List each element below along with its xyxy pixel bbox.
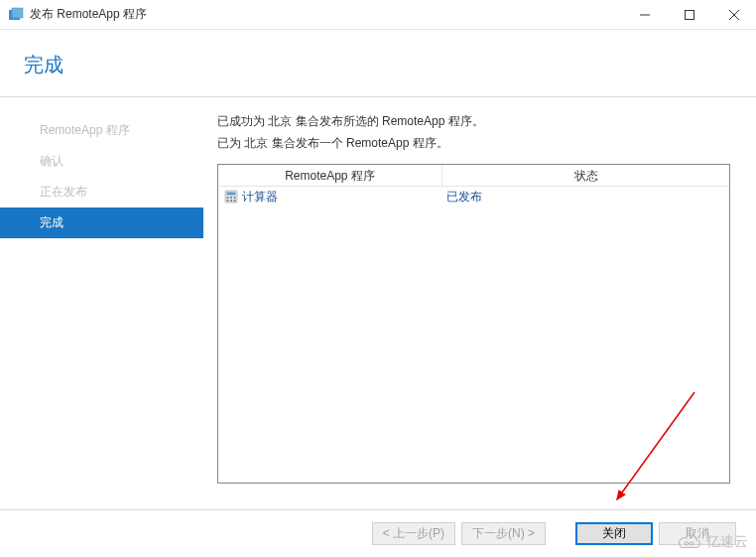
svg-rect-3 bbox=[685, 10, 693, 19]
minimize-button[interactable] bbox=[622, 0, 667, 29]
table-row[interactable]: 计算器 已发布 bbox=[218, 187, 729, 207]
window-title: 发布 RemoteApp 程序 bbox=[30, 6, 622, 23]
next-button: 下一步(N) > bbox=[461, 522, 546, 545]
svg-rect-12 bbox=[230, 200, 232, 202]
app-icon bbox=[8, 7, 24, 23]
svg-rect-9 bbox=[230, 197, 232, 199]
svg-rect-1 bbox=[12, 8, 23, 18]
sidebar-item-confirm: 确认 bbox=[0, 146, 203, 177]
cell-status: 已发布 bbox=[446, 189, 482, 206]
svg-rect-8 bbox=[227, 197, 229, 199]
table-header: RemoteApp 程序 状态 bbox=[218, 165, 729, 187]
window-controls bbox=[622, 0, 756, 29]
wizard-sidebar: RemoteApp 程序 确认 正在发布 完成 bbox=[0, 97, 203, 524]
content-pane: 已成功为 北京 集合发布所选的 RemoteApp 程序。 已为 北京 集合发布… bbox=[203, 97, 756, 524]
status-message-1: 已成功为 北京 集合发布所选的 RemoteApp 程序。 bbox=[217, 111, 730, 133]
svg-rect-10 bbox=[234, 197, 236, 199]
page-title: 完成 bbox=[24, 52, 756, 78]
wizard-footer: < 上一步(P) 下一步(N) > 关闭 取消 bbox=[0, 509, 756, 557]
calculator-icon bbox=[224, 190, 238, 204]
watermark: 亿速云 bbox=[677, 533, 748, 551]
watermark-text: 亿速云 bbox=[706, 533, 748, 551]
close-wizard-button[interactable]: 关闭 bbox=[575, 522, 653, 545]
close-button[interactable] bbox=[711, 0, 756, 29]
titlebar: 发布 RemoteApp 程序 bbox=[0, 0, 756, 30]
svg-rect-13 bbox=[234, 200, 236, 202]
svg-point-16 bbox=[685, 542, 688, 545]
status-message-2: 已为 北京 集合发布一个 RemoteApp 程序。 bbox=[217, 133, 730, 155]
column-header-program[interactable]: RemoteApp 程序 bbox=[218, 165, 442, 186]
prev-button: < 上一步(P) bbox=[372, 522, 455, 545]
sidebar-item-remoteapp: RemoteApp 程序 bbox=[0, 115, 203, 146]
column-header-status[interactable]: 状态 bbox=[442, 165, 729, 186]
main-area: RemoteApp 程序 确认 正在发布 完成 已成功为 北京 集合发布所选的 … bbox=[0, 97, 756, 524]
sidebar-item-finish[interactable]: 完成 bbox=[0, 208, 203, 238]
results-table: RemoteApp 程序 状态 计算器 已发布 bbox=[217, 164, 730, 484]
svg-rect-11 bbox=[227, 200, 229, 202]
page-header: 完成 bbox=[0, 30, 756, 97]
sidebar-item-publishing: 正在发布 bbox=[0, 177, 203, 208]
svg-rect-7 bbox=[227, 193, 236, 196]
cell-program-name: 计算器 bbox=[242, 189, 446, 206]
maximize-button[interactable] bbox=[667, 0, 711, 29]
svg-point-17 bbox=[691, 542, 693, 545]
